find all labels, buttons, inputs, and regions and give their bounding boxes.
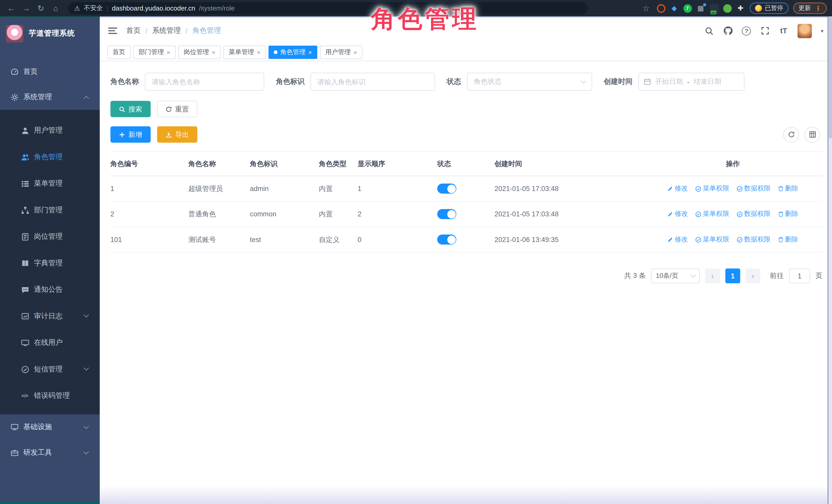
role-name-input[interactable] bbox=[152, 78, 257, 86]
sidebar-item-infrastructure[interactable]: 基础设施 bbox=[0, 414, 100, 440]
extension-icon-grid[interactable]: ▦ bbox=[696, 4, 705, 12]
tab-roles[interactable]: 角色管理× bbox=[268, 46, 317, 59]
page-size-select[interactable]: 10条/页 bbox=[651, 268, 700, 283]
close-icon[interactable]: × bbox=[308, 49, 312, 56]
tab-departments[interactable]: 部门管理× bbox=[133, 46, 176, 59]
security-warning-label[interactable]: 不安全 bbox=[84, 4, 103, 12]
extension-icon-switch[interactable]: on bbox=[710, 4, 718, 12]
date-range-picker[interactable]: 开始日期 - 结束日期 bbox=[639, 73, 745, 91]
filter-form: 角色名称 角色标识 状态 角色状态 创建时间 开始日期 - 结束日期 bbox=[110, 73, 822, 91]
edit-link[interactable]: 修改 bbox=[667, 235, 688, 244]
prev-page-button[interactable]: ‹ bbox=[705, 268, 720, 283]
sidebar-collapse-icon[interactable] bbox=[108, 28, 117, 34]
breadcrumb-system[interactable]: 系统管理 bbox=[152, 26, 181, 35]
menu-permission-link[interactable]: 菜单权限 bbox=[695, 235, 729, 244]
role-key-input[interactable] bbox=[317, 78, 428, 86]
start-date-placeholder[interactable]: 开始日期 bbox=[655, 77, 683, 86]
breadcrumb-home[interactable]: 首页 bbox=[126, 26, 141, 35]
url-path: /system/role bbox=[199, 5, 235, 12]
code-icon: </> bbox=[21, 392, 29, 400]
extension-icon-monkey[interactable] bbox=[723, 4, 731, 12]
tab-home[interactable]: 首页 bbox=[107, 46, 130, 59]
sidebar-item-users[interactable]: 用户管理 bbox=[0, 117, 100, 143]
export-button[interactable]: 导出 bbox=[157, 126, 198, 143]
close-icon[interactable]: × bbox=[167, 49, 171, 56]
edit-link[interactable]: 修改 bbox=[667, 209, 688, 218]
data-permission-link[interactable]: 数据权限 bbox=[736, 209, 771, 218]
browser-update-button[interactable]: 更新 ⋮ bbox=[793, 3, 827, 14]
app-logo-row[interactable]: 芋道管理系统 bbox=[0, 18, 100, 49]
menu-permission-link[interactable]: 菜单权限 bbox=[695, 184, 729, 193]
scrollbar-thumb[interactable] bbox=[829, 17, 832, 138]
bookmark-star-icon[interactable]: ☆ bbox=[640, 3, 652, 13]
sidebar-item-dev-tools[interactable]: 研发工具 bbox=[0, 440, 100, 465]
sidebar-item-home[interactable]: 首页 bbox=[0, 59, 100, 84]
edit-link[interactable]: 修改 bbox=[667, 184, 688, 193]
sidebar-item-notice[interactable]: 通知公告 bbox=[0, 276, 100, 303]
help-icon[interactable]: ? bbox=[742, 26, 751, 35]
column-settings-button[interactable] bbox=[804, 127, 820, 142]
font-size-icon[interactable]: tT bbox=[779, 26, 788, 35]
page-scrollbar[interactable] bbox=[828, 17, 832, 504]
sidebar-item-roles[interactable]: 角色管理 bbox=[0, 144, 100, 170]
sidebar-item-online-users[interactable]: 在线用户 bbox=[0, 329, 100, 356]
sidebar-item-departments[interactable]: 部门管理 bbox=[0, 197, 100, 223]
github-icon[interactable] bbox=[723, 26, 733, 35]
tab-posts[interactable]: 岗位管理× bbox=[178, 46, 221, 59]
reset-button[interactable]: 重置 bbox=[157, 101, 198, 117]
browser-back-icon[interactable]: ← bbox=[5, 4, 17, 12]
extension-icon-gem[interactable]: ◆ bbox=[670, 4, 678, 12]
sidebar-item-error-codes[interactable]: </> 错误码管理 bbox=[0, 382, 100, 409]
refresh-table-button[interactable] bbox=[783, 127, 799, 142]
browser-home-icon[interactable]: ⌂ bbox=[50, 4, 62, 12]
delete-link[interactable]: 删除 bbox=[778, 184, 799, 193]
page-number-button[interactable]: 1 bbox=[725, 268, 740, 283]
status-select[interactable]: 角色状态 bbox=[467, 73, 592, 91]
status-toggle[interactable] bbox=[437, 209, 457, 219]
browser-forward-icon[interactable]: → bbox=[20, 4, 32, 12]
sidebar-item-sms[interactable]: 短信管理 bbox=[0, 356, 100, 382]
search-button[interactable]: 搜索 bbox=[110, 101, 151, 117]
menu-permission-link[interactable]: 菜单权限 bbox=[695, 209, 729, 218]
toolbox-icon bbox=[10, 448, 19, 457]
tab-users[interactable]: 用户管理× bbox=[320, 46, 363, 59]
close-icon[interactable]: × bbox=[257, 49, 261, 56]
cell-role-key: admin bbox=[250, 176, 319, 201]
sidebar-item-dict[interactable]: 字典管理 bbox=[0, 250, 100, 276]
address-bar[interactable]: ⚠ 不安全 | dashboard.yudao.iocoder.cn/syste… bbox=[68, 2, 588, 15]
profile-paused-chip[interactable]: 已暂停 bbox=[749, 3, 788, 14]
extensions-puzzle-icon[interactable]: ✚ bbox=[736, 4, 745, 12]
search-icon[interactable] bbox=[705, 26, 714, 35]
circle-check-icon bbox=[21, 365, 29, 373]
close-icon[interactable]: × bbox=[212, 49, 216, 56]
status-toggle[interactable] bbox=[437, 184, 457, 193]
tab-menus[interactable]: 菜单管理× bbox=[223, 46, 266, 59]
cell-role-type: 内置 bbox=[319, 201, 358, 227]
sidebar-item-system[interactable]: 系统管理 bbox=[0, 84, 100, 110]
sidebar-item-label: 错误码管理 bbox=[34, 391, 70, 400]
sidebar-item-menus[interactable]: 菜单管理 bbox=[0, 170, 100, 196]
status-toggle[interactable] bbox=[437, 235, 457, 244]
close-icon[interactable]: × bbox=[353, 49, 357, 56]
next-page-button[interactable]: › bbox=[746, 268, 760, 283]
table-actions-row: 新增 导出 bbox=[110, 126, 822, 143]
data-permission-link[interactable]: 数据权限 bbox=[736, 235, 771, 244]
avatar[interactable] bbox=[797, 24, 812, 38]
cell-order: 1 bbox=[358, 176, 437, 201]
sidebar-item-audit-log[interactable]: 审计日志 bbox=[0, 303, 100, 329]
end-date-placeholder[interactable]: 结束日期 bbox=[694, 77, 722, 86]
goto-page-input[interactable] bbox=[792, 272, 808, 280]
avatar-caret-icon[interactable]: ▾ bbox=[821, 28, 823, 34]
delete-link[interactable]: 删除 bbox=[778, 235, 799, 244]
browser-menu-icon[interactable]: ⋮ bbox=[815, 5, 822, 12]
delete-link[interactable]: 删除 bbox=[778, 209, 799, 218]
sidebar-item-posts[interactable]: 岗位管理 bbox=[0, 223, 100, 250]
data-permission-link[interactable]: 数据权限 bbox=[736, 184, 771, 193]
extension-icon-green[interactable]: 7 bbox=[683, 4, 692, 12]
list-icon bbox=[21, 179, 29, 188]
add-button[interactable]: 新增 bbox=[110, 126, 151, 143]
browser-reload-icon[interactable]: ↻ bbox=[35, 3, 47, 13]
role-name-input-box bbox=[145, 73, 264, 91]
fullscreen-icon[interactable] bbox=[760, 26, 770, 35]
extension-icon-orange[interactable] bbox=[657, 4, 665, 12]
